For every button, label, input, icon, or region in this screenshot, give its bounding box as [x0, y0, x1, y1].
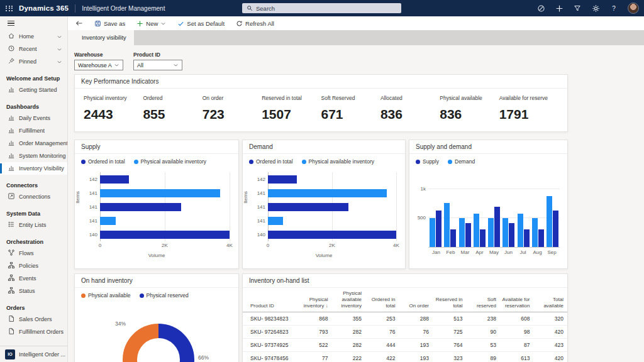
x-tick-label: May	[487, 250, 501, 255]
legend-item-physical-available-inventory[interactable]: Physical available inventory	[302, 158, 374, 165]
bar-physical-available-inventory	[268, 217, 283, 225]
column-header-ordered-in-total[interactable]: Ordered in total	[365, 288, 399, 312]
table-cell: 444	[365, 339, 399, 352]
kpi-ordered: Ordered855	[143, 95, 202, 122]
sidebar-item-order-management[interactable]: Order Management	[0, 137, 67, 150]
column-header-reserved-in-total[interactable]: Reserved in total	[433, 288, 467, 312]
sidebar-item-system-monitoring[interactable]: System Monitoring	[0, 150, 67, 162]
chevron-down-icon[interactable]	[57, 43, 62, 55]
chart-legend: Ordered in totalPhysical available inven…	[243, 154, 405, 167]
x-tick-label: Jun	[502, 250, 515, 255]
hbar-plot: 142141141141140	[100, 172, 230, 241]
global-search-box[interactable]	[242, 3, 401, 13]
sidebar-item-policies[interactable]: Policies	[0, 260, 67, 272]
user-avatar[interactable]	[628, 3, 639, 14]
table-row[interactable]: SKU- 974784567722242219332389613420	[243, 352, 567, 362]
sidebar-item-recent[interactable]: Recent	[0, 43, 67, 55]
sidebar-item-getting-started[interactable]: Getting Started	[0, 84, 67, 96]
topbar-divider	[75, 4, 75, 13]
y-tick-label: 142	[85, 177, 97, 182]
flow-icon	[8, 248, 15, 259]
sidebar-item-sales-orders[interactable]: Sales Orders	[0, 313, 67, 326]
save-as-button[interactable]: Save as	[94, 20, 125, 27]
plus-icon[interactable]	[555, 4, 564, 13]
settings-gear-icon[interactable]	[591, 4, 600, 13]
column-header-product-id[interactable]: Product ID	[243, 288, 298, 312]
chevron-down-icon[interactable]	[57, 56, 62, 67]
sidebar-item-inventory-visibility[interactable]: Inventory Visibility	[0, 162, 67, 175]
sidebar-section-header: System Data	[0, 209, 67, 219]
table-cell: 222	[332, 352, 366, 362]
legend-dot	[249, 160, 253, 164]
doc-icon	[8, 326, 15, 337]
legend-item-demand[interactable]: Demand	[448, 158, 475, 165]
bar-demand	[547, 196, 552, 247]
tab-inventory-visibility[interactable]: Inventory visibility	[74, 30, 134, 45]
legend-item-ordered-in-total[interactable]: Ordered in total	[81, 158, 125, 165]
sidebar-footer-app-switcher[interactable]: IO Intelligent Order ...	[0, 346, 67, 362]
kpi-card-title: Key Performance Indicators	[75, 75, 567, 89]
column-plot-wrap: 5001kJanFebMarAprMayJunJulAugSep	[428, 177, 560, 255]
legend-item-supply[interactable]: Supply	[416, 158, 439, 165]
refresh-all-button[interactable]: Refresh All	[236, 20, 274, 27]
y-tick-label: 500	[416, 215, 426, 221]
column-header-available-for-reservation[interactable]: Available for reservation	[500, 288, 534, 312]
hamburger-menu-icon[interactable]	[0, 16, 67, 30]
product-id-select[interactable]: All	[133, 60, 182, 70]
sidebar-item-connections[interactable]: Connections	[0, 190, 67, 203]
column-header-total-available[interactable]: Total available	[534, 288, 568, 312]
sidebar-item-pinned[interactable]: Pinned	[0, 55, 67, 68]
set-as-default-button[interactable]: Set as Default	[177, 20, 225, 27]
table-cell: 193	[399, 352, 433, 362]
chevron-down-icon[interactable]	[57, 31, 62, 42]
filter-icon[interactable]	[573, 4, 582, 13]
demand-chart-card: Demand Ordered in totalPhysical availabl…	[242, 140, 406, 269]
bar-demand	[459, 218, 465, 247]
table-row[interactable]: SKU- 98234823868355253288513238608320	[243, 312, 567, 326]
bar-supply	[436, 211, 441, 247]
y-tick-label: 140	[85, 232, 97, 238]
legend-item-physical-available-inventory[interactable]: Physical available inventory	[134, 158, 206, 165]
compass-icon[interactable]	[536, 4, 545, 13]
help-icon[interactable]: ?	[609, 4, 618, 13]
app-name: Intelligent Order Management	[82, 5, 165, 12]
table-cell: 355	[332, 312, 366, 326]
sidebar-item-flows[interactable]: Flows	[0, 247, 67, 260]
sidebar-item-home[interactable]: Home	[0, 30, 67, 43]
topbar-actions: ?	[536, 0, 639, 16]
kpi-value: 671	[321, 107, 380, 122]
x-axis-title: Volume	[243, 253, 405, 258]
table-cell: 423	[534, 339, 568, 352]
x-tick-label: Mar	[458, 250, 472, 255]
kpi-value: 723	[203, 107, 262, 122]
sidebar-item-events[interactable]: Events	[0, 272, 67, 285]
legend-item-ordered-in-total[interactable]: Ordered in total	[249, 158, 293, 165]
table-cell: 253	[365, 312, 399, 326]
new-button[interactable]: New	[136, 20, 166, 27]
warehouse-select[interactable]: Warehouse A	[74, 60, 123, 70]
kpi-value: 855	[143, 107, 202, 122]
kpi-label: Reserved in total	[262, 95, 321, 101]
column-header-physical-inventory[interactable]: Physical inventory ↓	[298, 288, 332, 312]
sidebar-item-label: Status	[19, 288, 35, 294]
x-tick-label: Sep	[545, 250, 558, 255]
sidebar-item-status[interactable]: Status	[0, 285, 67, 297]
table-cell: 420	[534, 326, 568, 339]
table-row[interactable]: SKU- 973749255222824441937645387423	[243, 339, 567, 352]
legend-item-physical-available[interactable]: Physical available	[81, 292, 131, 299]
legend-item-physical-reserved[interactable]: Physical reserved	[140, 292, 189, 299]
sidebar-item-entity-lists[interactable]: Entity Lists	[0, 219, 67, 231]
column-header-soft-reserved[interactable]: Soft reserved	[467, 288, 501, 312]
sidebar-item-fulfillment[interactable]: Fulfillment	[0, 124, 67, 137]
x-tick-label: Jul	[516, 250, 530, 255]
back-button[interactable]	[75, 19, 83, 27]
table-cell: 764	[433, 339, 467, 352]
sidebar-section-header: Orders	[0, 303, 67, 313]
sidebar-item-fulfillment-orders[interactable]: Fulfillment Orders	[0, 326, 67, 338]
column-header-on-order[interactable]: On order	[399, 288, 433, 312]
app-launcher-waffle-icon[interactable]	[0, 0, 19, 16]
table-row[interactable]: SKU- 9726482379328276767259098420	[243, 326, 567, 339]
column-header-physical-available-inventory[interactable]: Physical available inventory	[332, 288, 366, 312]
search-input[interactable]	[256, 5, 382, 12]
sidebar-item-daily-events[interactable]: Daily Events	[0, 112, 67, 124]
